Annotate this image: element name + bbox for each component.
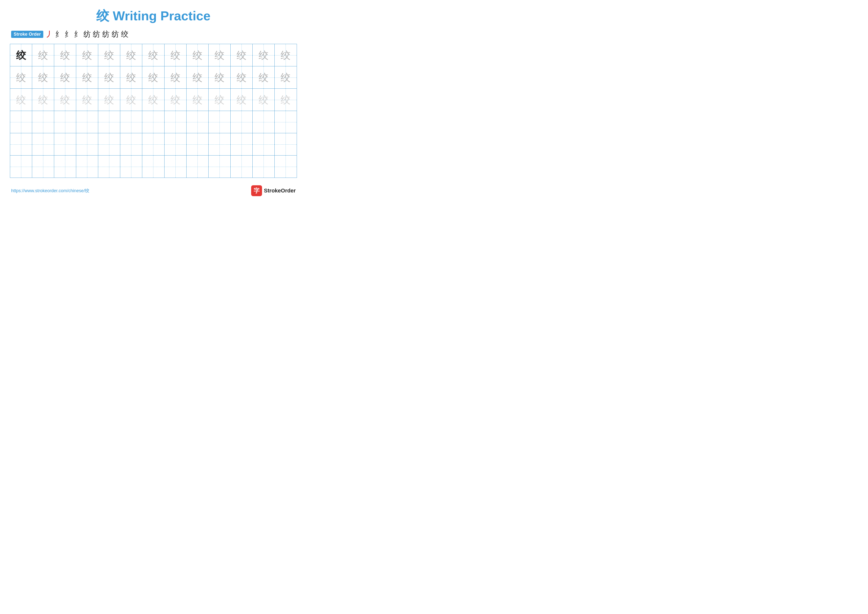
grid-cell-6-11[interactable]: [231, 155, 253, 177]
grid-cell-3-2[interactable]: 绞: [32, 89, 54, 111]
grid-cell-4-12[interactable]: [253, 111, 274, 133]
grid-cell-1-5[interactable]: 绞: [98, 44, 120, 66]
grid-cell-6-10[interactable]: [209, 155, 231, 177]
grid-cell-2-2[interactable]: 绞: [32, 66, 54, 89]
grid-cell-1-9[interactable]: 绞: [186, 44, 209, 66]
grid-cell-3-6[interactable]: 绞: [120, 89, 142, 111]
grid-cell-4-4[interactable]: [76, 111, 98, 133]
grid-cell-1-13[interactable]: 绞: [274, 44, 297, 66]
grid-cell-6-1[interactable]: [10, 155, 32, 177]
grid-cell-3-3[interactable]: 绞: [54, 89, 76, 111]
grid-cell-6-12[interactable]: [253, 155, 274, 177]
grid-cell-5-13[interactable]: [274, 133, 297, 155]
grid-cell-2-4[interactable]: 绞: [76, 66, 98, 89]
grid-cell-4-1[interactable]: [10, 111, 32, 133]
char-solid: 绞: [16, 50, 26, 60]
char-guide: 绞: [281, 95, 290, 105]
grid-cell-2-7[interactable]: 绞: [142, 66, 164, 89]
grid-cell-1-11[interactable]: 绞: [231, 44, 253, 66]
grid-cell-4-5[interactable]: [98, 111, 120, 133]
brand-logo: 字: [251, 185, 262, 196]
grid-cell-4-6[interactable]: [120, 111, 142, 133]
grid-cell-2-12[interactable]: 绞: [253, 66, 274, 89]
grid-cell-1-6[interactable]: 绞: [120, 44, 142, 66]
char-guide: 绞: [170, 73, 180, 82]
grid-cell-2-13[interactable]: 绞: [274, 66, 297, 89]
grid-cell-3-7[interactable]: 绞: [142, 89, 164, 111]
grid-cell-4-7[interactable]: [142, 111, 164, 133]
grid-cell-5-2[interactable]: [32, 133, 54, 155]
practice-grid: 绞 绞 绞 绞 绞 绞 绞 绞 绞 绞 绞 绞 绞 绞 绞 绞 绞 绞 绞 绞 …: [10, 44, 297, 178]
grid-cell-5-11[interactable]: [231, 133, 253, 155]
grid-cell-2-9[interactable]: 绞: [186, 66, 209, 89]
grid-cell-2-3[interactable]: 绞: [54, 66, 76, 89]
grid-cell-1-10[interactable]: 绞: [209, 44, 231, 66]
grid-cell-3-13[interactable]: 绞: [274, 89, 297, 111]
grid-cell-3-4[interactable]: 绞: [76, 89, 98, 111]
grid-cell-3-9[interactable]: 绞: [186, 89, 209, 111]
grid-cell-3-5[interactable]: 绞: [98, 89, 120, 111]
grid-cell-1-8[interactable]: 绞: [164, 44, 186, 66]
grid-cell-2-1[interactable]: 绞: [10, 66, 32, 89]
grid-cell-2-8[interactable]: 绞: [164, 66, 186, 89]
grid-cell-3-1[interactable]: 绞: [10, 89, 32, 111]
grid-cell-6-3[interactable]: [54, 155, 76, 177]
grid-cell-5-8[interactable]: [164, 133, 186, 155]
grid-cell-1-7[interactable]: 绞: [142, 44, 164, 66]
grid-cell-5-9[interactable]: [186, 133, 209, 155]
page-title: 绞 Writing Practice: [96, 9, 210, 23]
grid-cell-1-4[interactable]: 绞: [76, 44, 98, 66]
grid-cell-3-10[interactable]: 绞: [209, 89, 231, 111]
grid-cell-5-4[interactable]: [76, 133, 98, 155]
grid-cell-4-13[interactable]: [274, 111, 297, 133]
grid-cell-2-6[interactable]: 绞: [120, 66, 142, 89]
grid-cell-4-11[interactable]: [231, 111, 253, 133]
stroke-order-badge: Stroke Order: [11, 31, 43, 38]
grid-cell-1-12[interactable]: 绞: [253, 44, 274, 66]
char-guide: 绞: [214, 95, 225, 105]
char-guide: 绞: [104, 95, 114, 105]
grid-cell-6-6[interactable]: [120, 155, 142, 177]
char-guide: 绞: [38, 95, 48, 105]
char-guide: 绞: [104, 50, 114, 60]
grid-cell-5-5[interactable]: [98, 133, 120, 155]
grid-cell-6-4[interactable]: [76, 155, 98, 177]
stroke-1: ㇓: [46, 29, 53, 39]
grid-cell-4-2[interactable]: [32, 111, 54, 133]
char-guide: 绞: [214, 73, 225, 82]
grid-cell-6-13[interactable]: [274, 155, 297, 177]
grid-cell-1-2[interactable]: 绞: [32, 44, 54, 66]
grid-cell-5-3[interactable]: [54, 133, 76, 155]
char-guide: 绞: [237, 50, 246, 60]
grid-cell-5-10[interactable]: [209, 133, 231, 155]
grid-cell-2-10[interactable]: 绞: [209, 66, 231, 89]
grid-cell-5-7[interactable]: [142, 133, 164, 155]
char-guide: 绞: [281, 73, 290, 82]
grid-cell-6-9[interactable]: [186, 155, 209, 177]
grid-cell-1-1[interactable]: 绞: [10, 44, 32, 66]
grid-cell-4-9[interactable]: [186, 111, 209, 133]
char-guide: 绞: [60, 50, 70, 60]
grid-cell-5-6[interactable]: [120, 133, 142, 155]
grid-cell-5-12[interactable]: [253, 133, 274, 155]
grid-cell-6-8[interactable]: [164, 155, 186, 177]
grid-cell-4-10[interactable]: [209, 111, 231, 133]
grid-cell-3-11[interactable]: 绞: [231, 89, 253, 111]
brand-area: 字 StrokeOrder: [251, 185, 296, 196]
stroke-2: 纟: [55, 29, 63, 39]
char-guide: 绞: [214, 50, 225, 60]
grid-cell-2-5[interactable]: 绞: [98, 66, 120, 89]
stroke-chars: ㇓ 纟 纟 纟 纺 纺 纺 纺 绞: [46, 29, 129, 39]
grid-cell-2-11[interactable]: 绞: [231, 66, 253, 89]
grid-cell-4-3[interactable]: [54, 111, 76, 133]
grid-cell-1-3[interactable]: 绞: [54, 44, 76, 66]
grid-cell-5-1[interactable]: [10, 133, 32, 155]
grid-cell-3-12[interactable]: 绞: [253, 89, 274, 111]
grid-cell-4-8[interactable]: [164, 111, 186, 133]
footer-url[interactable]: https://www.strokeorder.com/chinese/绞: [11, 188, 89, 194]
grid-cell-6-2[interactable]: [32, 155, 54, 177]
grid-cell-3-8[interactable]: 绞: [164, 89, 186, 111]
grid-cell-6-7[interactable]: [142, 155, 164, 177]
grid-cell-6-5[interactable]: [98, 155, 120, 177]
title-section: 绞 Writing Practice: [10, 8, 297, 25]
